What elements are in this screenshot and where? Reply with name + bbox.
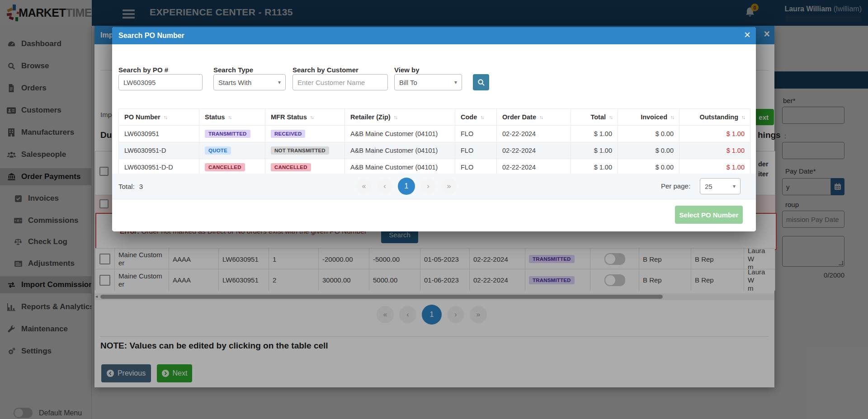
modal-title: Search PO Number [118, 32, 184, 40]
chevron-down-icon: ▾ [278, 79, 281, 85]
modal-table-row[interactable]: LW6030951-D-D CANCELLED CANCELLED A&B Ma… [119, 159, 750, 175]
search-po-number-modal: Search PO Number × Search by PO # Search… [112, 27, 756, 231]
status-badge: CANCELLED [205, 163, 245, 171]
search-customer-label: Search by Customer [292, 66, 359, 74]
pagination-page-1[interactable]: 1 [398, 178, 415, 195]
modal-total: Total:3 [118, 178, 143, 194]
chevron-down-icon: ▾ [454, 79, 457, 85]
sort-icon[interactable]: ↑↓ [670, 114, 674, 120]
pagination-next[interactable]: › [420, 179, 436, 194]
modal-table-header: PO Number↑↓ Status↑↓ MFR Status↑↓ Retail… [119, 109, 750, 126]
search-type-select[interactable]: Starts With▾ [213, 74, 286, 90]
mfr-status-badge: NOT TRANSMITTED [271, 146, 329, 155]
select-po-number-button[interactable]: Select PO Number [675, 206, 743, 224]
sort-icon[interactable]: ↑↓ [310, 114, 313, 120]
sort-icon[interactable]: ↑↓ [741, 114, 745, 120]
sort-icon[interactable]: ↑↓ [164, 114, 167, 120]
mfr-status-badge: RECEIVED [271, 130, 305, 138]
modal-table-row[interactable]: LW6030951 TRANSMITTED RECEIVED A&B Maine… [119, 126, 750, 142]
status-badge: QUOTE [205, 146, 231, 155]
mfr-status-badge: CANCELLED [271, 163, 311, 171]
status-badge: TRANSMITTED [205, 130, 250, 138]
sort-icon[interactable]: ↑↓ [228, 114, 231, 120]
view-by-select[interactable]: Bill To▾ [394, 74, 462, 90]
per-page-select[interactable]: 25▾ [700, 178, 741, 194]
pagination-first[interactable]: « [356, 179, 372, 194]
sort-icon[interactable]: ↑↓ [609, 114, 612, 120]
modal-pagination: « ‹ 1 › » [356, 178, 457, 195]
per-page-label: Per page: [661, 182, 690, 190]
view-by-label: View by [394, 66, 420, 74]
sort-icon[interactable]: ↑↓ [480, 114, 483, 120]
pagination-last[interactable]: » [441, 179, 457, 194]
search-customer-input[interactable] [292, 74, 388, 90]
search-po-label: Search by PO # [118, 66, 168, 74]
sort-icon[interactable]: ↑↓ [394, 114, 397, 120]
modal-footer: Select PO Number [112, 199, 756, 231]
modal-header: Search PO Number × [112, 27, 756, 44]
chevron-down-icon: ▾ [733, 183, 736, 189]
sort-icon[interactable]: ↑↓ [539, 114, 542, 120]
pagination-prev[interactable]: ‹ [377, 179, 392, 194]
search-type-label: Search Type [213, 66, 253, 74]
search-button[interactable] [473, 74, 489, 90]
modal-close-icon[interactable]: × [744, 28, 750, 41]
modal-results-table: PO Number↑↓ Status↑↓ MFR Status↑↓ Retail… [118, 108, 750, 176]
search-po-input[interactable] [118, 74, 203, 90]
search-icon [477, 79, 485, 86]
modal-table-row[interactable]: LW6030951-D QUOTE NOT TRANSMITTED A&B Ma… [119, 142, 750, 159]
